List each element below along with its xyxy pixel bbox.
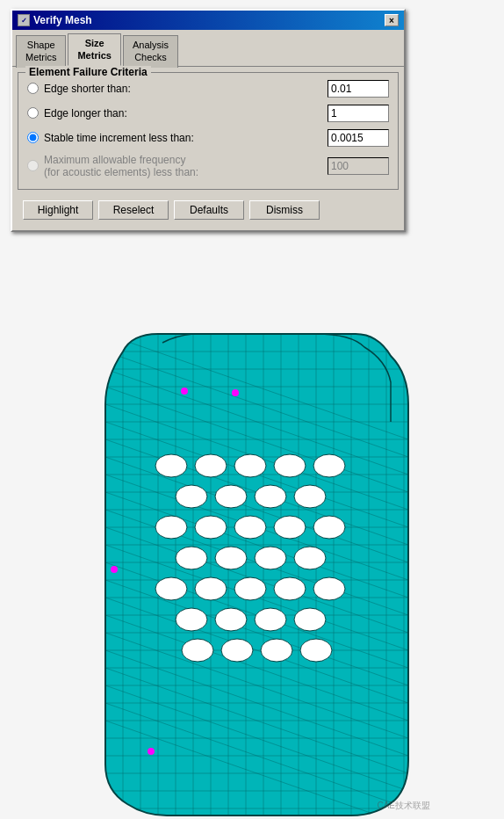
svg-point-82: [176, 547, 207, 569]
tab-size-metrics[interactable]: Size Metrics: [68, 33, 121, 66]
svg-point-74: [215, 485, 247, 508]
svg-point-95: [182, 639, 213, 662]
radio-row-edge-shorter: Edge shorter than:: [27, 80, 389, 98]
button-row: Highlight Reselect Defaults Dismiss: [18, 197, 399, 225]
radio-max-freq[interactable]: [27, 160, 39, 171]
dialog-title: Verify Mesh: [33, 14, 92, 26]
svg-point-75: [255, 485, 286, 508]
tab-bar: Shape Metrics Size Metrics Analysis Chec…: [12, 30, 404, 66]
radio-label-edge-shorter: Edge shorter than:: [44, 83, 328, 95]
svg-point-97: [261, 639, 292, 662]
svg-point-81: [313, 516, 345, 539]
svg-point-86: [155, 577, 187, 600]
title-bar: ✓ Verify Mesh ×: [12, 11, 404, 30]
defaults-button[interactable]: Defaults: [174, 200, 244, 220]
highlight-button[interactable]: Highlight: [23, 200, 93, 220]
input-max-freq: [328, 157, 389, 175]
dialog-icon: ✓: [18, 14, 30, 26]
svg-point-70: [234, 454, 266, 477]
svg-point-78: [195, 516, 227, 539]
svg-point-72: [313, 454, 345, 477]
dialog-content: Element Failure Criteria Edge shorter th…: [12, 66, 404, 230]
svg-point-71: [274, 454, 306, 477]
group-box-title: Element Failure Criteria: [25, 66, 151, 78]
input-edge-shorter[interactable]: [328, 80, 389, 98]
radio-row-edge-longer: Edge longer than:: [27, 105, 389, 122]
radio-row-stable-time: Stable time increment less than:: [27, 129, 389, 147]
radio-edge-shorter[interactable]: [27, 83, 39, 94]
svg-point-87: [195, 577, 227, 600]
svg-point-101: [181, 388, 188, 395]
svg-point-88: [234, 577, 266, 600]
svg-point-73: [176, 485, 207, 508]
input-edge-longer[interactable]: [328, 105, 389, 122]
svg-point-91: [176, 608, 207, 631]
radio-edge-longer[interactable]: [27, 107, 39, 119]
svg-point-85: [294, 547, 326, 569]
radio-label-edge-longer: Edge longer than:: [44, 107, 328, 120]
tab-shape-metrics[interactable]: Shape Metrics: [16, 35, 66, 68]
svg-text:CAE技术联盟: CAE技术联盟: [377, 801, 430, 810]
svg-point-100: [148, 748, 155, 755]
svg-point-84: [255, 547, 286, 569]
svg-point-83: [215, 547, 247, 569]
svg-point-68: [155, 454, 187, 477]
radio-label-stable-time: Stable time increment less than:: [44, 132, 328, 144]
verify-mesh-dialog: ✓ Verify Mesh × Shape Metrics Size Metri…: [11, 9, 406, 232]
svg-point-76: [294, 485, 326, 508]
element-failure-criteria-group: Element Failure Criteria Edge shorter th…: [18, 72, 399, 190]
svg-point-92: [215, 608, 247, 631]
tab-analysis-checks[interactable]: Analysis Checks: [123, 35, 178, 68]
svg-point-79: [234, 516, 266, 539]
radio-label-max-freq: Maximum allowable frequency (for acousti…: [44, 154, 328, 178]
radio-row-max-freq: Maximum allowable frequency (for acousti…: [27, 154, 389, 178]
svg-point-80: [274, 516, 306, 539]
svg-point-98: [300, 639, 332, 662]
svg-point-93: [255, 608, 286, 631]
dismiss-button[interactable]: Dismiss: [249, 200, 320, 220]
svg-point-99: [111, 566, 118, 573]
svg-point-69: [195, 454, 227, 477]
svg-point-102: [232, 389, 239, 396]
svg-point-77: [155, 516, 187, 539]
svg-point-90: [313, 577, 345, 600]
radio-stable-time[interactable]: [27, 132, 39, 143]
reselect-button[interactable]: Reselect: [98, 200, 169, 220]
input-stable-time[interactable]: [328, 129, 389, 147]
close-button[interactable]: ×: [385, 14, 399, 26]
svg-point-89: [274, 577, 306, 600]
svg-point-96: [221, 639, 253, 662]
svg-point-94: [294, 608, 326, 631]
